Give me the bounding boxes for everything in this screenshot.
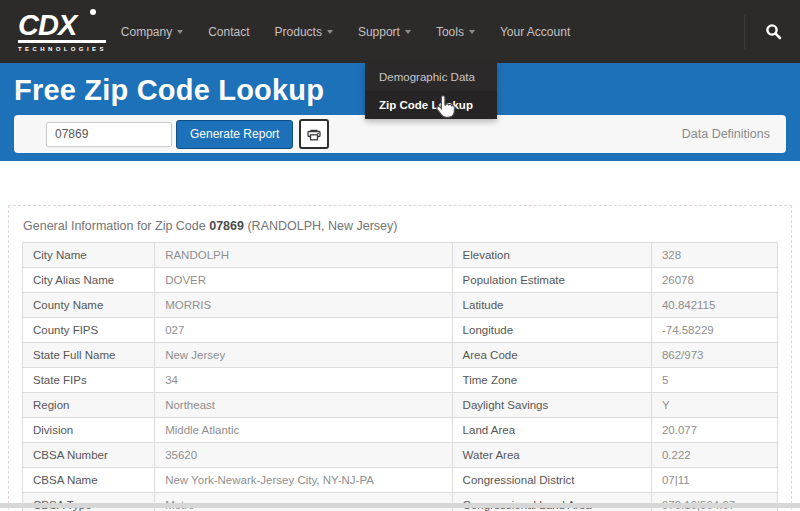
nav-item-label: Support — [358, 25, 400, 39]
print-button[interactable] — [299, 119, 329, 149]
zip-info-table: City Name RANDOLPH Elevation 328 City Al… — [22, 242, 778, 511]
nav-item-products[interactable]: Products — [275, 25, 333, 39]
nav-item-your-account[interactable]: Your Account — [500, 25, 570, 39]
logo-person-dot-icon — [90, 9, 96, 15]
heading-suffix: (RANDOLPH, New Jersey) — [244, 219, 398, 233]
nav-item-label: Your Account — [500, 25, 570, 39]
heading-zip-code: 07869 — [209, 219, 244, 233]
field-label-cell: Division — [23, 418, 155, 443]
top-navigation-bar: CDX TECHNOLOGIES Company Contact Product… — [0, 0, 800, 63]
field-label-cell: Latitude — [452, 293, 651, 318]
chevron-down-icon — [177, 30, 183, 34]
menu-item-demographic-data[interactable]: Demographic Data — [365, 63, 497, 91]
logo-sub-label: TECHNOLOGIES — [18, 46, 107, 52]
field-value-cell: 5 — [651, 368, 777, 393]
logo-main-label: CDX — [18, 9, 76, 41]
lookup-toolbar: Generate Report Data Definitions — [14, 115, 786, 153]
chevron-down-icon — [327, 30, 333, 34]
field-value-cell: Middle Atlantic — [155, 418, 452, 443]
field-label-cell: Area Code — [452, 343, 651, 368]
nav-item-label: Tools — [436, 25, 464, 39]
table-row: CBSA Number 35620 Water Area 0.222 — [23, 443, 778, 468]
table-row: CBSA Type Metro Congressional Land Area … — [23, 493, 778, 511]
nav-item-label: Contact — [208, 25, 249, 39]
field-label-cell: City Alias Name — [23, 268, 155, 293]
field-label-cell: Daylight Savings — [452, 393, 651, 418]
field-value-cell: 26078 — [651, 268, 777, 293]
table-row: County FIPS 027 Longitude -74.58229 — [23, 318, 778, 343]
field-value-cell: MORRIS — [155, 293, 452, 318]
table-row: State FIPs 34 Time Zone 5 — [23, 368, 778, 393]
table-row: County Name MORRIS Latitude 40.842115 — [23, 293, 778, 318]
field-value-cell: New York-Newark-Jersey City, NY-NJ-PA — [155, 468, 452, 493]
nav-item-company[interactable]: Company — [121, 25, 183, 39]
field-value-cell: 027 — [155, 318, 452, 343]
horizontal-scrollbar[interactable] — [0, 503, 800, 508]
field-value-cell: 34 — [155, 368, 452, 393]
table-row: Division Middle Atlantic Land Area 20.07… — [23, 418, 778, 443]
generate-report-button[interactable]: Generate Report — [176, 120, 293, 149]
printer-icon — [306, 127, 322, 142]
search-icon — [765, 23, 782, 40]
table-row: City Alias Name DOVER Population Estimat… — [23, 268, 778, 293]
field-value-cell: 07|11 — [651, 468, 777, 493]
field-label-cell: Time Zone — [452, 368, 651, 393]
menu-item-zip-code-lookup[interactable]: Zip Code Lookup — [365, 91, 497, 119]
general-information-section: General Information for Zip Code 07869 (… — [8, 205, 792, 511]
chevron-down-icon — [405, 30, 411, 34]
tools-dropdown-menu: Demographic Data Zip Code Lookup — [365, 63, 497, 119]
field-label-cell: County Name — [23, 293, 155, 318]
nav-item-support[interactable]: Support — [358, 25, 411, 39]
field-value-cell: Northeast — [155, 393, 452, 418]
search-button[interactable] — [744, 15, 782, 49]
nav-item-contact[interactable]: Contact — [208, 25, 249, 39]
table-row: State Full Name New Jersey Area Code 862… — [23, 343, 778, 368]
field-label-cell: State FIPs — [23, 368, 155, 393]
nav-item-label: Products — [275, 25, 322, 39]
field-value-cell: 35620 — [155, 443, 452, 468]
field-label-cell: CBSA Type — [23, 493, 155, 511]
field-label-cell: Water Area — [452, 443, 651, 468]
chevron-down-icon — [469, 30, 475, 34]
table-row: Region Northeast Daylight Savings Y — [23, 393, 778, 418]
table-row: City Name RANDOLPH Elevation 328 — [23, 243, 778, 268]
field-value-cell: 862/973 — [651, 343, 777, 368]
data-definitions-link[interactable]: Data Definitions — [682, 127, 770, 141]
field-value-cell: 20.077 — [651, 418, 777, 443]
field-value-cell: Metro — [155, 493, 452, 511]
field-label-cell: City Name — [23, 243, 155, 268]
field-value-cell: New Jersey — [155, 343, 452, 368]
field-value-cell: -74.58229 — [651, 318, 777, 343]
table-row: CBSA Name New York-Newark-Jersey City, N… — [23, 468, 778, 493]
field-label-cell: Congressional District — [452, 468, 651, 493]
field-label-cell: Population Estimate — [452, 268, 651, 293]
field-value-cell: RANDOLPH — [155, 243, 452, 268]
field-value-cell: 328 — [651, 243, 777, 268]
field-label-cell: CBSA Number — [23, 443, 155, 468]
field-label-cell: Longitude — [452, 318, 651, 343]
field-value-cell: DOVER — [155, 268, 452, 293]
field-label-cell: CBSA Name — [23, 468, 155, 493]
cdx-logo-text: CDX — [18, 12, 106, 43]
field-value-cell: 40.842115 — [651, 293, 777, 318]
section-heading: General Information for Zip Code 07869 (… — [23, 219, 778, 233]
field-value-cell: 970.19|504.97 — [651, 493, 777, 511]
field-value-cell: Y — [651, 393, 777, 418]
heading-prefix: General Information for Zip Code — [23, 219, 209, 233]
field-value-cell: 0.222 — [651, 443, 777, 468]
field-label-cell: County FIPS — [23, 318, 155, 343]
field-label-cell: Elevation — [452, 243, 651, 268]
nav-menu: Company Contact Products Support Tools Y… — [121, 25, 570, 39]
zip-code-input[interactable] — [46, 122, 172, 147]
nav-item-tools[interactable]: Tools — [436, 25, 475, 39]
field-label-cell: Region — [23, 393, 155, 418]
field-label-cell: State Full Name — [23, 343, 155, 368]
field-label-cell: Congressional Land Area — [452, 493, 651, 511]
cdx-logo[interactable]: CDX TECHNOLOGIES — [18, 12, 107, 52]
nav-item-label: Company — [121, 25, 172, 39]
field-label-cell: Land Area — [452, 418, 651, 443]
